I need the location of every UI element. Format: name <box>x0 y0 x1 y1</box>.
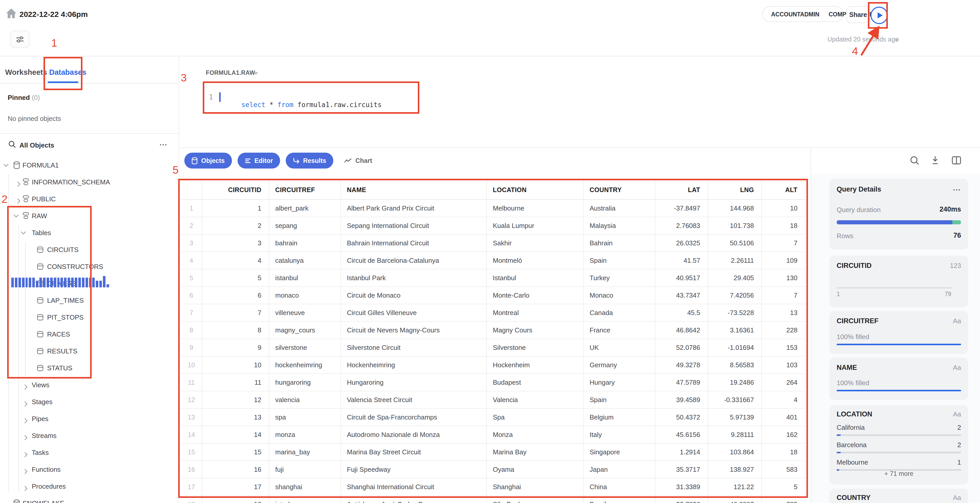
cell-name[interactable]: Circuit de Spa-Francorchamps <box>340 409 487 426</box>
column-header-circuitid[interactable]: CIRCUITID <box>202 180 269 199</box>
cell-alt[interactable]: 7 <box>761 287 805 304</box>
tree-item-tasks[interactable]: Tasks <box>0 444 178 461</box>
cell-circuitref[interactable]: monza <box>269 426 340 443</box>
download-icon[interactable] <box>931 156 940 167</box>
cell-circuitid[interactable]: 6 <box>202 287 269 304</box>
cell-location[interactable]: Sakhir <box>487 234 583 252</box>
tree-item-procedures[interactable]: Procedures <box>0 478 178 495</box>
cell-alt[interactable]: 18 <box>761 217 805 234</box>
column-header-location[interactable]: LOCATION <box>487 180 583 199</box>
cell-alt[interactable]: 583 <box>761 461 805 478</box>
cell-circuitid[interactable]: 9 <box>202 339 269 356</box>
cell-lng[interactable]: 19.2486 <box>708 374 761 391</box>
cell-lat[interactable]: 47.5789 <box>655 374 708 391</box>
cell-lat[interactable]: 41.57 <box>655 252 708 269</box>
search-results-icon[interactable] <box>910 156 919 167</box>
cell-lat[interactable]: 45.6156 <box>655 426 708 443</box>
cell-lng[interactable]: -0.331667 <box>708 391 761 409</box>
cell-country[interactable]: Australia <box>583 199 655 217</box>
cell-alt[interactable]: 130 <box>761 269 805 287</box>
cell-circuitid[interactable]: 8 <box>202 322 269 339</box>
worksheet-context-label[interactable]: FORMULA1.RAW <box>206 70 255 76</box>
chevron-right-icon[interactable] <box>24 484 28 489</box>
cell-lat[interactable]: 26.0325 <box>655 234 708 252</box>
tree-item-snowflake[interactable]: SNOWFLAKE <box>0 495 178 503</box>
cell-alt[interactable]: 264 <box>761 374 805 391</box>
cell-location[interactable]: Melbourne <box>487 199 583 217</box>
cell-name[interactable]: Marina Bay Street Circuit <box>340 443 487 461</box>
cell-name[interactable]: Bahrain International Circuit <box>340 234 487 252</box>
chevron-right-icon[interactable] <box>16 197 21 201</box>
cell-circuitid[interactable]: 2 <box>202 217 269 234</box>
cell-lat[interactable]: 35.3717 <box>655 461 708 478</box>
top-value-row[interactable]: Barcelona2 <box>837 441 961 453</box>
cell-circuitid[interactable]: 18 <box>202 495 269 503</box>
cell-name[interactable]: Circuit Gilles Villeneuve <box>340 304 487 322</box>
cell-name[interactable]: Circuit de Monaco <box>340 287 487 304</box>
tab-objects[interactable]: Objects <box>185 153 232 169</box>
tree-item-functions[interactable]: Functions <box>0 461 178 478</box>
cell-country[interactable]: Canada <box>583 304 655 322</box>
chevron-right-icon[interactable] <box>24 400 28 404</box>
cell-country[interactable]: Japan <box>583 461 655 478</box>
cell-circuitid[interactable]: 17 <box>202 478 269 495</box>
column-header-country[interactable]: COUNTRY <box>583 180 655 199</box>
cell-lat[interactable]: 1.2914 <box>655 443 708 461</box>
cell-location[interactable]: Silverstone <box>487 339 583 356</box>
more-values-link[interactable]: + 71 more <box>829 470 968 478</box>
cell-location[interactable]: Spa <box>487 409 583 426</box>
cell-circuitid[interactable]: 5 <box>202 269 269 287</box>
cell-alt[interactable]: 7 <box>761 234 805 252</box>
cell-circuitref[interactable]: fuji <box>269 461 340 478</box>
chevron-down-icon[interactable] <box>23 231 28 235</box>
cell-circuitref[interactable]: spa <box>269 409 340 426</box>
cell-location[interactable]: Marina Bay <box>487 443 583 461</box>
cell-location[interactable]: Hockenheim <box>487 356 583 374</box>
cell-location[interactable]: Montmeló <box>487 252 583 269</box>
column-header-name[interactable]: NAME <box>340 180 487 199</box>
cell-location[interactable]: São Paulo <box>487 495 583 503</box>
cell-alt[interactable]: 18 <box>761 443 805 461</box>
cell-lng[interactable]: 5.97139 <box>708 409 761 426</box>
cell-circuitid[interactable]: 10 <box>202 356 269 374</box>
cell-name[interactable]: Autódromo José Carlos Pace <box>340 495 487 503</box>
cell-circuitref[interactable]: bahrain <box>269 234 340 252</box>
cell-circuitid[interactable]: 14 <box>202 426 269 443</box>
sql-editor-line[interactable]: select * from formula1.raw.circuits <box>225 93 382 116</box>
chevron-right-icon[interactable] <box>24 416 28 421</box>
cell-circuitid[interactable]: 1 <box>202 199 269 217</box>
cell-circuitref[interactable]: villeneuve <box>269 304 340 322</box>
cell-lng[interactable]: 9.28111 <box>708 426 761 443</box>
cell-country[interactable]: Hungary <box>583 374 655 391</box>
tree-item-streams[interactable]: Streams <box>0 427 178 444</box>
cell-circuitid[interactable]: 16 <box>202 461 269 478</box>
cell-circuitid[interactable]: 15 <box>202 443 269 461</box>
tree-item-pit_stops[interactable]: PIT_STOPS <box>0 309 178 326</box>
context-caret-icon[interactable] <box>254 72 258 75</box>
cell-country[interactable]: Bahrain <box>583 234 655 252</box>
cell-lng[interactable]: -1.01694 <box>708 339 761 356</box>
cell-circuitref[interactable]: marina_bay <box>269 443 340 461</box>
cell-lng[interactable]: 121.22 <box>708 478 761 495</box>
cell-country[interactable]: France <box>583 322 655 339</box>
cell-location[interactable]: Montreal <box>487 304 583 322</box>
cell-alt[interactable]: 10 <box>761 199 805 217</box>
cell-lng[interactable]: 138.927 <box>708 461 761 478</box>
cell-lng[interactable]: 50.5106 <box>708 234 761 252</box>
split-panel-icon[interactable] <box>952 156 961 167</box>
tree-item-pipes[interactable]: Pipes <box>0 410 178 427</box>
cell-country[interactable]: Spain <box>583 391 655 409</box>
column-header-lng[interactable]: LNG <box>708 180 761 199</box>
cell-lat[interactable]: 39.4589 <box>655 391 708 409</box>
cell-circuitid[interactable]: 3 <box>202 234 269 252</box>
chevron-right-icon[interactable] <box>6 501 11 503</box>
cell-circuitref[interactable]: magny_cours <box>269 322 340 339</box>
role-warehouse-selector[interactable]: ACCOUNTADMIN COMPUTE_WH <box>762 6 843 22</box>
cell-circuitid[interactable]: 12 <box>202 391 269 409</box>
cell-alt[interactable]: 5 <box>761 478 805 495</box>
chevron-right-icon[interactable] <box>16 180 21 185</box>
tree-item-information_schema[interactable]: INFORMATION_SCHEMA <box>0 174 178 191</box>
cell-name[interactable]: Circuit de Barcelona-Catalunya <box>340 252 487 269</box>
updated-caret-icon[interactable] <box>895 39 899 41</box>
cell-circuitref[interactable]: valencia <box>269 391 340 409</box>
